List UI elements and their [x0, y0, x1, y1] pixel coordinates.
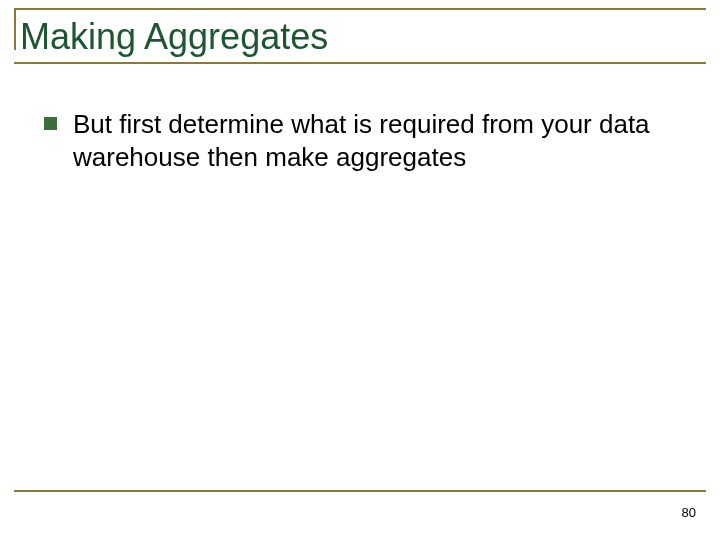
bullet-item: But first determine what is required fro… — [44, 108, 664, 173]
frame-top-line — [14, 8, 706, 10]
square-bullet-icon — [44, 117, 57, 130]
bullet-text: But first determine what is required fro… — [73, 108, 664, 173]
frame-left-line — [14, 8, 16, 50]
slide-title: Making Aggregates — [20, 16, 338, 58]
slide: Making Aggregates But first determine wh… — [0, 0, 720, 540]
page-number: 80 — [682, 505, 696, 520]
frame-bottom-line — [14, 490, 706, 492]
title-underline — [14, 62, 706, 64]
slide-body: But first determine what is required fro… — [44, 108, 664, 173]
